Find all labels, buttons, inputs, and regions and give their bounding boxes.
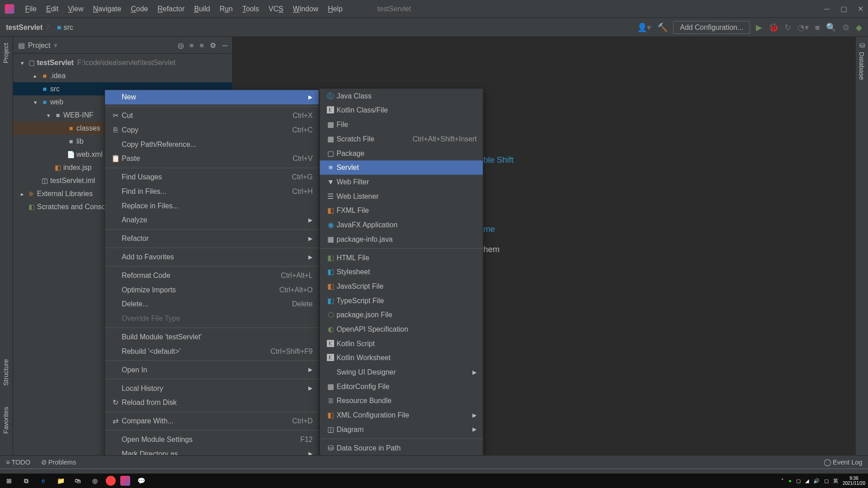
- tray-volume-icon[interactable]: 🔊: [813, 478, 820, 484]
- explorer-icon[interactable]: 📁: [54, 474, 67, 487]
- menu-tools[interactable]: Tools: [237, 5, 264, 13]
- menu-item-copy[interactable]: ⎘CopyCtrl+C: [105, 123, 319, 137]
- tray-battery-icon[interactable]: ▢: [796, 478, 801, 484]
- menu-item-javafx-application[interactable]: ◉JavaFX Application: [320, 218, 483, 232]
- menu-item-compare-with-[interactable]: ⇄Compare With...Ctrl+D: [105, 414, 319, 428]
- menu-code[interactable]: Code: [126, 5, 153, 13]
- menu-item-build-module-testservlet-[interactable]: Build Module 'testServlet': [105, 330, 319, 344]
- menu-item-refactor[interactable]: Refactor▶: [105, 231, 319, 246]
- menu-item-file[interactable]: ▦File: [320, 117, 483, 132]
- menu-item-package[interactable]: ▢Package: [320, 146, 483, 160]
- chrome-icon[interactable]: ◎: [89, 474, 101, 487]
- tray-notif-icon[interactable]: ▢: [824, 478, 829, 484]
- breadcrumb-src[interactable]: src: [64, 23, 73, 31]
- menu-window[interactable]: Window: [288, 5, 323, 13]
- menu-item-stylesheet[interactable]: ◧Stylesheet: [320, 265, 483, 279]
- netease-icon[interactable]: [106, 476, 116, 486]
- menu-item-html-file[interactable]: ◧HTML File: [320, 250, 483, 265]
- breadcrumb-project[interactable]: testServlet: [6, 23, 42, 31]
- tab-favorites[interactable]: Favorites: [2, 407, 9, 434]
- menu-item-java-class[interactable]: ⒸJava Class: [320, 89, 483, 103]
- menu-item-package-json-file[interactable]: ⬡package.json File: [320, 308, 483, 322]
- menu-item-analyze[interactable]: Analyze▶: [105, 213, 319, 227]
- menu-item-add-to-favorites[interactable]: Add to Favorites▶: [105, 250, 319, 264]
- profile-icon[interactable]: ◔▾: [797, 23, 809, 32]
- expand-icon[interactable]: ≡: [189, 41, 193, 49]
- menu-file[interactable]: FFileile: [20, 5, 42, 13]
- menu-item-swing-ui-designer[interactable]: Swing UI Designer▶: [320, 365, 483, 380]
- menu-navigate[interactable]: Navigate: [88, 5, 126, 13]
- menu-item-local-history[interactable]: Local History▶: [105, 381, 319, 395]
- search-icon[interactable]: 🔍: [826, 23, 836, 32]
- menu-build[interactable]: Build: [189, 5, 215, 13]
- menu-item-rebuild-default-[interactable]: Rebuild '<default>'Ctrl+Shift+F9: [105, 344, 319, 359]
- menu-item-open-module-settings[interactable]: Open Module SettingsF12: [105, 432, 319, 447]
- menu-item-kotlin-class-file[interactable]: 🅺Kotlin Class/File: [320, 103, 483, 117]
- menu-item-reload-from-disk[interactable]: ↻Reload from Disk: [105, 395, 319, 410]
- coverage-icon[interactable]: ↻: [784, 23, 792, 32]
- menu-item-fxml-file[interactable]: ◧FXML File: [320, 203, 483, 218]
- start-icon[interactable]: ⊞: [3, 474, 15, 487]
- tray-chevron-icon[interactable]: ˄: [781, 478, 784, 484]
- tab-structure[interactable]: Structure: [2, 359, 9, 386]
- problems-tab[interactable]: ⊘ Problems: [41, 458, 76, 466]
- menu-item-web-listener[interactable]: ☰Web Listener: [320, 189, 483, 203]
- tab-database[interactable]: Database: [859, 52, 866, 80]
- menu-item-find-usages[interactable]: Find UsagesCtrl+G: [105, 170, 319, 184]
- tray-wifi-icon[interactable]: ◢: [805, 478, 809, 484]
- store-icon[interactable]: 🛍: [71, 474, 84, 487]
- build-icon[interactable]: 🔨: [657, 23, 667, 32]
- menu-item-editorconfig-file[interactable]: ▦EditorConfig File: [320, 380, 483, 394]
- menu-item-web-filter[interactable]: ▼Web Filter: [320, 175, 483, 189]
- menu-item-diagram[interactable]: ◫Diagram▶: [320, 422, 483, 437]
- menu-item-delete-[interactable]: Delete...Delete: [105, 297, 319, 311]
- menu-item-typescript-file[interactable]: ◧TypeScript File: [320, 293, 483, 308]
- menu-item-open-in[interactable]: Open In▶: [105, 363, 319, 377]
- menu-item-find-in-files-[interactable]: Find in Files...Ctrl+H: [105, 184, 319, 199]
- tree-row-idea[interactable]: ▸■.idea: [13, 69, 232, 82]
- menu-item-copy-path-reference-[interactable]: Copy Path/Reference...: [105, 137, 319, 152]
- minimize-icon[interactable]: ─: [825, 5, 830, 13]
- menu-item-package-info-java[interactable]: ▦package-info.java: [320, 232, 483, 246]
- add-configuration-button[interactable]: Add Configuration...: [674, 21, 750, 34]
- wechat-icon[interactable]: 💬: [135, 474, 147, 487]
- menu-item-optimize-imports[interactable]: Optimize ImportsCtrl+Alt+O: [105, 283, 319, 297]
- tab-project[interactable]: Project: [2, 43, 9, 63]
- tree-row-root[interactable]: ▾▢ testServletF:\code\idea\servlet\testS…: [13, 56, 232, 69]
- menu-view[interactable]: View: [63, 5, 88, 13]
- stop-icon[interactable]: ■: [815, 23, 820, 32]
- tray-app-icon[interactable]: ●: [788, 478, 792, 483]
- locate-icon[interactable]: ◎: [178, 41, 184, 49]
- menu-item-reformat-code[interactable]: Reformat CodeCtrl+Alt+L: [105, 268, 319, 283]
- menu-item-javascript-file[interactable]: ◧JavaScript File: [320, 279, 483, 294]
- eventlog-tab[interactable]: ◯ Event Log: [824, 458, 862, 466]
- intellij-icon[interactable]: [120, 476, 130, 486]
- user-icon[interactable]: 👤▾: [637, 23, 651, 32]
- debug-icon[interactable]: 🐞: [769, 23, 778, 32]
- tray-ime[interactable]: 英: [833, 478, 838, 484]
- menu-item-xml-configuration-file[interactable]: ◧XML Configuration File▶: [320, 408, 483, 422]
- run-icon[interactable]: ▶: [756, 23, 763, 32]
- hide-icon[interactable]: ─: [222, 41, 227, 49]
- menu-item-openapi-specification[interactable]: ◐OpenAPI Specification: [320, 322, 483, 337]
- menu-item-kotlin-script[interactable]: 🅺Kotlin Script: [320, 336, 483, 351]
- collapse-icon[interactable]: ≡: [199, 41, 203, 49]
- dropdown-icon[interactable]: ▾: [54, 41, 57, 49]
- jetbrains-icon[interactable]: ◆: [856, 23, 863, 32]
- menu-refactor[interactable]: Refactor: [153, 5, 189, 13]
- menu-item-data-source-in-path[interactable]: ⛁Data Source in Path: [320, 441, 483, 455]
- taskview-icon[interactable]: ⧉: [20, 474, 33, 487]
- settings-icon[interactable]: ⚙: [842, 23, 850, 32]
- close-icon[interactable]: ✕: [858, 5, 863, 13]
- edge-icon[interactable]: e: [37, 474, 50, 487]
- menu-item-servlet[interactable]: ≡Servlet: [320, 160, 483, 175]
- taskbar-clock[interactable]: 9:362021/11/20: [843, 476, 865, 486]
- menu-item-resource-bundle[interactable]: ≣Resource Bundle: [320, 394, 483, 408]
- menu-item-new[interactable]: New▶: [105, 90, 319, 104]
- maximize-icon[interactable]: ▢: [840, 5, 847, 13]
- menu-help[interactable]: Help: [323, 5, 348, 13]
- menu-item-scratch-file[interactable]: ▦Scratch FileCtrl+Alt+Shift+Insert: [320, 132, 483, 146]
- todo-tab[interactable]: ≡ TODO: [6, 459, 30, 466]
- menu-edit[interactable]: Edit: [42, 5, 63, 13]
- menu-item-kotlin-worksheet[interactable]: 🅺Kotlin Worksheet: [320, 351, 483, 365]
